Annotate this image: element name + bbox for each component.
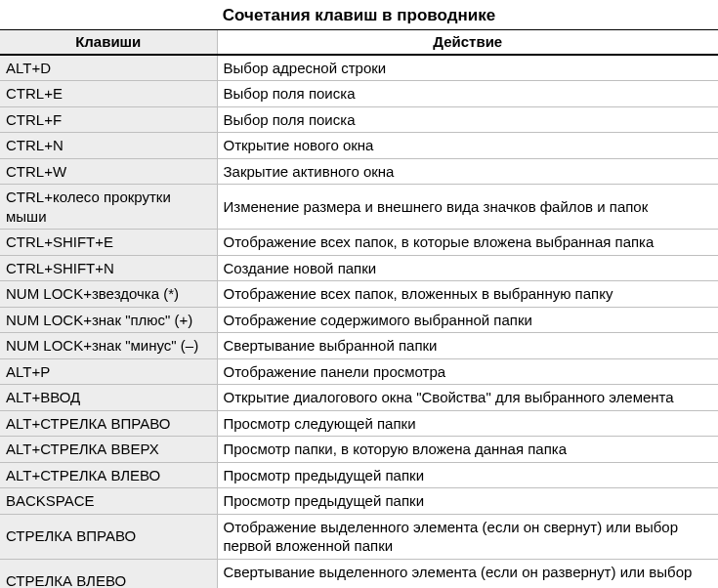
shortcut-key: CTRL+E xyxy=(0,81,217,107)
shortcut-action: Просмотр предыдущей папки xyxy=(217,488,718,515)
shortcut-key: NUM LOCK+знак "плюс" (+) xyxy=(0,307,217,333)
table-row: NUM LOCK+звездочка (*)Отображение всех п… xyxy=(0,281,718,308)
table-row: CTRL+колесо прокрутки мышиИзменение разм… xyxy=(0,185,718,230)
shortcut-key: ALT+СТРЕЛКА ВВЕРХ xyxy=(0,437,217,463)
shortcut-action: Просмотр предыдущей папки xyxy=(217,462,718,488)
shortcut-key: CTRL+колесо прокрутки мыши xyxy=(0,185,217,230)
shortcut-action: Отображение всех папок, вложенных в выбр… xyxy=(217,281,718,308)
shortcut-key: ALT+D xyxy=(0,55,217,81)
shortcut-action: Изменение размера и внешнего вида значко… xyxy=(217,185,718,230)
shortcut-action: Открытие диалогового окна "Свойства" для… xyxy=(217,385,718,411)
table-row: CTRL+NОткрытие нового окна xyxy=(0,133,718,159)
table-row: СТРЕЛКА ВЛЕВОСвертывание выделенного эле… xyxy=(0,559,718,588)
table-header-row: Клавиши Действие xyxy=(0,30,718,55)
shortcut-action: Свертывание выделенного элемента (если о… xyxy=(217,559,718,588)
shortcut-key: ALT+СТРЕЛКА ВЛЕВО xyxy=(0,462,217,488)
header-keys: Клавиши xyxy=(0,30,217,55)
table-row: CTRL+EВыбор поля поиска xyxy=(0,81,718,107)
shortcut-action: Закрытие активного окна xyxy=(217,158,718,185)
shortcut-key: CTRL+W xyxy=(0,158,217,185)
table-title-row: Сочетания клавиш в проводнике xyxy=(0,0,718,30)
shortcut-key: ALT+P xyxy=(0,358,217,385)
shortcut-key: CTRL+SHIFT+E xyxy=(0,230,217,256)
shortcut-key: ALT+ВВОД xyxy=(0,385,217,411)
shortcut-key: BACKSPACE xyxy=(0,488,217,515)
table-row: NUM LOCK+знак "плюс" (+)Отображение соде… xyxy=(0,307,718,333)
shortcut-action: Отображение всех папок, в которые вложен… xyxy=(217,230,718,256)
shortcut-action: Выбор адресной строки xyxy=(217,55,718,81)
table-row: ALT+СТРЕЛКА ВПРАВОПросмотр следующей пап… xyxy=(0,410,718,437)
shortcut-action: Выбор поля поиска xyxy=(217,106,718,133)
shortcut-action: Отображение содержимого выбранной папки xyxy=(217,307,718,333)
shortcut-key: ALT+СТРЕЛКА ВПРАВО xyxy=(0,410,217,437)
shortcut-action: Просмотр следующей папки xyxy=(217,410,718,437)
shortcut-key: CTRL+F xyxy=(0,106,217,133)
shortcut-action: Свертывание выбранной папки xyxy=(217,333,718,359)
table-row: CTRL+SHIFT+EОтображение всех папок, в ко… xyxy=(0,230,718,256)
table-row: ALT+PОтображение панели просмотра xyxy=(0,358,718,385)
table-row: CTRL+WЗакрытие активного окна xyxy=(0,158,718,185)
table-row: CTRL+SHIFT+NСоздание новой папки xyxy=(0,255,718,281)
shortcut-key: NUM LOCK+знак "минус" (–) xyxy=(0,333,217,359)
shortcut-key: CTRL+SHIFT+N xyxy=(0,255,217,281)
table-row: BACKSPACEПросмотр предыдущей папки xyxy=(0,488,718,515)
table-row: ALT+DВыбор адресной строки xyxy=(0,55,718,81)
table-row: СТРЕЛКА ВПРАВООтображение выделенного эл… xyxy=(0,514,718,559)
table-row: ALT+ВВОДОткрытие диалогового окна "Свойс… xyxy=(0,385,718,411)
table-row: ALT+СТРЕЛКА ВЛЕВОПросмотр предыдущей пап… xyxy=(0,462,718,488)
table-row: CTRL+FВыбор поля поиска xyxy=(0,106,718,133)
table-row: ALT+СТРЕЛКА ВВЕРХПросмотр папки, в котор… xyxy=(0,437,718,463)
header-action: Действие xyxy=(217,30,718,55)
shortcut-action: Открытие нового окна xyxy=(217,133,718,159)
shortcut-action: Создание новой папки xyxy=(217,255,718,281)
shortcut-action: Отображение панели просмотра xyxy=(217,358,718,385)
shortcuts-table: Сочетания клавиш в проводнике Клавиши Де… xyxy=(0,0,718,588)
table-row: NUM LOCK+знак "минус" (–)Свертывание выб… xyxy=(0,333,718,359)
shortcut-key: СТРЕЛКА ВЛЕВО xyxy=(0,559,217,588)
shortcut-key: CTRL+N xyxy=(0,133,217,159)
shortcut-key: СТРЕЛКА ВПРАВО xyxy=(0,514,217,559)
shortcut-action: Выбор поля поиска xyxy=(217,81,718,107)
table-title: Сочетания клавиш в проводнике xyxy=(0,0,718,30)
shortcut-action: Отображение выделенного элемента (если о… xyxy=(217,514,718,559)
shortcut-action: Просмотр папки, в которую вложена данная… xyxy=(217,437,718,463)
shortcut-key: NUM LOCK+звездочка (*) xyxy=(0,281,217,308)
